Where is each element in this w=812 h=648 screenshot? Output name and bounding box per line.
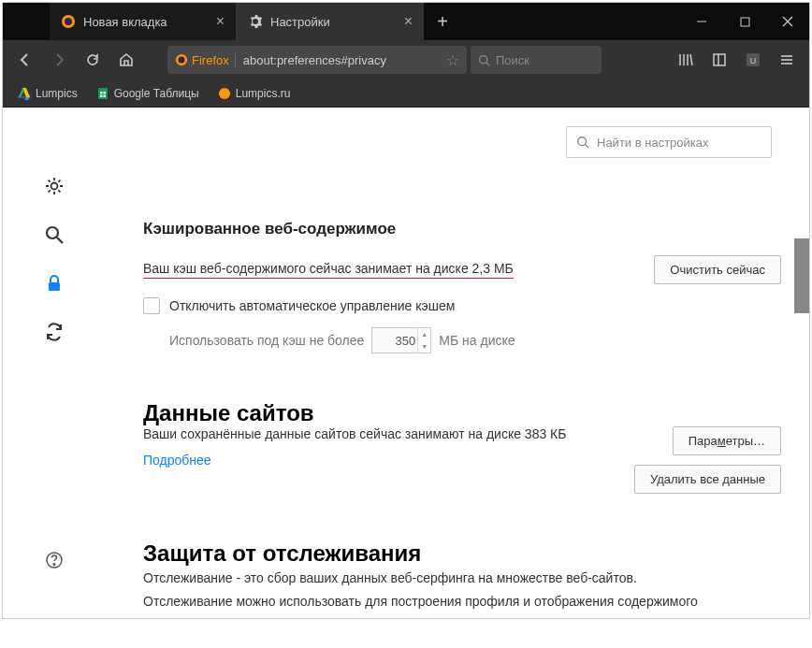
sidebar-button[interactable] — [704, 45, 734, 75]
new-tab-button[interactable]: + — [424, 3, 461, 40]
tracking-description: Отслеживание - это сбор ваших данных веб… — [143, 567, 781, 590]
gear-icon — [248, 14, 263, 29]
cache-limit-prefix: Использовать под кэш не более — [169, 333, 364, 348]
sidebar-privacy-icon[interactable] — [43, 272, 65, 295]
sidebar-general-icon[interactable] — [43, 175, 65, 197]
search-icon — [478, 54, 490, 66]
url-text: about:preferences#privacy — [235, 53, 386, 67]
back-button[interactable] — [10, 45, 40, 75]
drive-icon — [18, 87, 31, 100]
tab-settings[interactable]: Настройки × — [237, 3, 424, 40]
favicon — [218, 87, 231, 100]
bookmark-item[interactable]: Lumpics.ru — [210, 83, 298, 104]
url-bar[interactable]: Firefox about:preferences#privacy ☆ — [167, 46, 467, 74]
titlebar: Новая вкладка × Настройки × + — [3, 3, 809, 40]
svg-point-35 — [53, 564, 55, 566]
content-area: Найти в настройках Кэшированное веб-соде… — [3, 108, 809, 618]
number-spinner: ▲ ▼ — [417, 328, 430, 353]
minimize-button[interactable] — [680, 3, 723, 40]
tracking-section: Защита от отслеживания Отслеживание - эт… — [143, 540, 781, 613]
cache-status-text: Ваш кэш веб-содержимого сейчас занимает … — [143, 261, 514, 279]
prefs-main: Найти в настройках Кэшированное веб-соде… — [106, 108, 809, 618]
svg-line-13 — [690, 54, 692, 65]
search-placeholder: Найти в настройках — [597, 136, 709, 150]
cache-section: Кэшированное веб-содержимое Ваш кэш веб-… — [143, 220, 781, 353]
identity-label: Firefox — [192, 53, 229, 67]
close-icon[interactable]: × — [216, 13, 225, 30]
sidebar-sync-icon[interactable] — [43, 321, 65, 343]
svg-point-30 — [51, 183, 58, 190]
override-cache-checkbox[interactable] — [143, 297, 160, 314]
section-heading: Защита от отслеживания — [143, 540, 781, 567]
prefs-sidebar — [3, 108, 106, 618]
svg-point-1 — [65, 18, 72, 25]
identity-box[interactable]: Firefox — [175, 53, 229, 67]
tab-label: Новая вкладка — [83, 15, 167, 29]
menu-button[interactable] — [772, 45, 802, 75]
spin-up-button[interactable]: ▲ — [418, 328, 430, 340]
svg-point-31 — [47, 227, 58, 238]
close-window-button[interactable] — [766, 3, 809, 40]
bookmark-label: Lumpics.ru — [236, 87, 291, 100]
clear-cache-button[interactable]: Очистить сейчас — [654, 255, 781, 284]
svg-rect-33 — [49, 282, 60, 291]
section-heading: Кэшированное веб-содержимое — [143, 220, 781, 238]
tab-new[interactable]: Новая вкладка × — [50, 3, 237, 40]
bookmark-label: Google Таблицы — [114, 87, 199, 100]
svg-line-32 — [57, 238, 63, 243]
home-button[interactable] — [111, 45, 141, 75]
sidebar-help-icon[interactable] — [43, 549, 65, 571]
bookmarks-bar: Lumpics Google Таблицы Lumpics.ru — [3, 79, 809, 108]
svg-text:U: U — [750, 56, 757, 65]
spin-down-button[interactable]: ▼ — [418, 340, 430, 353]
svg-rect-3 — [741, 18, 749, 26]
maximize-button[interactable] — [723, 3, 766, 40]
nav-toolbar: Firefox about:preferences#privacy ☆ Поис… — [3, 40, 809, 79]
bookmark-label: Lumpics — [36, 87, 78, 100]
learn-more-link[interactable]: Подробнее — [143, 453, 634, 468]
search-icon — [576, 136, 589, 149]
tab-label: Настройки — [270, 15, 330, 29]
search-placeholder: Поиск — [496, 53, 529, 67]
delete-all-data-button[interactable]: Удалить все данные — [634, 465, 781, 494]
bookmark-item[interactable]: Google Таблицы — [89, 83, 207, 104]
svg-rect-14 — [714, 54, 725, 65]
svg-point-8 — [480, 55, 487, 63]
tracking-description-2: Отслеживание можно использовать для пост… — [143, 590, 781, 613]
forward-button[interactable] — [44, 45, 74, 75]
site-data-status: Ваши сохранённые данные сайтов сейчас за… — [143, 426, 634, 441]
checkbox-label: Отключить автоматическое управление кэше… — [169, 298, 455, 313]
section-heading: Данные сайтов — [143, 400, 781, 426]
cache-limit-suffix: МБ на диске — [439, 333, 515, 348]
scrollbar-thumb[interactable] — [794, 238, 809, 313]
firefox-icon — [175, 53, 188, 66]
svg-point-36 — [578, 137, 587, 146]
library-button[interactable] — [671, 45, 701, 75]
svg-marker-22 — [22, 88, 30, 97]
bookmark-star-icon[interactable]: ☆ — [446, 51, 459, 69]
close-icon[interactable]: × — [404, 13, 413, 30]
bookmark-item[interactable]: Lumpics — [10, 83, 85, 104]
reload-button[interactable] — [78, 45, 108, 75]
tab-strip: Новая вкладка × Настройки × + — [50, 3, 461, 40]
svg-line-9 — [486, 62, 489, 65]
window-controls — [680, 3, 809, 40]
settings-search-input[interactable]: Найти в настройках — [566, 126, 772, 158]
firefox-icon — [61, 14, 76, 29]
svg-point-29 — [219, 88, 230, 99]
sidebar-search-icon[interactable] — [43, 223, 65, 246]
sheets-icon — [96, 87, 109, 100]
svg-line-37 — [586, 145, 589, 149]
ublock-icon[interactable]: U — [738, 45, 768, 75]
site-data-section: Данные сайтов Ваши сохранённые данные са… — [143, 400, 781, 494]
search-bar[interactable]: Поиск — [471, 46, 602, 74]
svg-point-7 — [179, 57, 185, 64]
site-data-settings-button[interactable]: Параметры… — [673, 426, 781, 455]
